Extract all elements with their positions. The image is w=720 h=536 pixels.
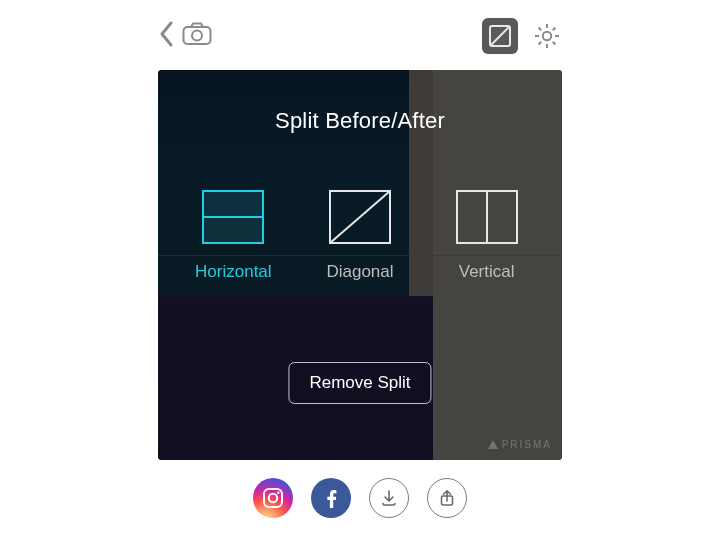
facebook-icon[interactable] [311, 478, 351, 518]
settings-icon[interactable] [532, 21, 562, 51]
remove-split-button[interactable]: Remove Split [288, 362, 431, 404]
split-options: Horizontal Diagonal Vertical [158, 190, 562, 282]
svg-line-8 [330, 191, 390, 243]
option-horizontal[interactable]: Horizontal [178, 190, 288, 282]
download-icon[interactable] [369, 478, 409, 518]
instagram-icon[interactable] [253, 478, 293, 518]
share-bar [0, 478, 720, 518]
svg-point-1 [192, 31, 202, 41]
horizontal-split-icon [202, 190, 264, 244]
svg-rect-11 [264, 489, 282, 507]
svg-line-3 [491, 27, 509, 45]
option-label: Diagonal [326, 262, 393, 282]
option-label: Horizontal [195, 262, 272, 282]
top-toolbar [158, 18, 562, 58]
option-label: Vertical [459, 262, 515, 282]
diagonal-split-icon [329, 190, 391, 244]
option-vertical[interactable]: Vertical [432, 190, 542, 282]
watermark: PRISMA [488, 439, 552, 450]
svg-point-4 [543, 32, 551, 40]
watermark-text: PRISMA [502, 439, 552, 450]
svg-point-13 [277, 491, 280, 494]
panel-title: Split Before/After [158, 108, 562, 134]
option-diagonal[interactable]: Diagonal [305, 190, 415, 282]
share-icon[interactable] [427, 478, 467, 518]
back-icon[interactable] [158, 20, 176, 48]
preview-panel: Split Before/After Horizontal Diagonal V… [158, 70, 562, 460]
camera-icon[interactable] [182, 22, 212, 46]
svg-point-12 [269, 494, 277, 502]
split-toggle-button[interactable] [482, 18, 518, 54]
vertical-split-icon [456, 190, 518, 244]
